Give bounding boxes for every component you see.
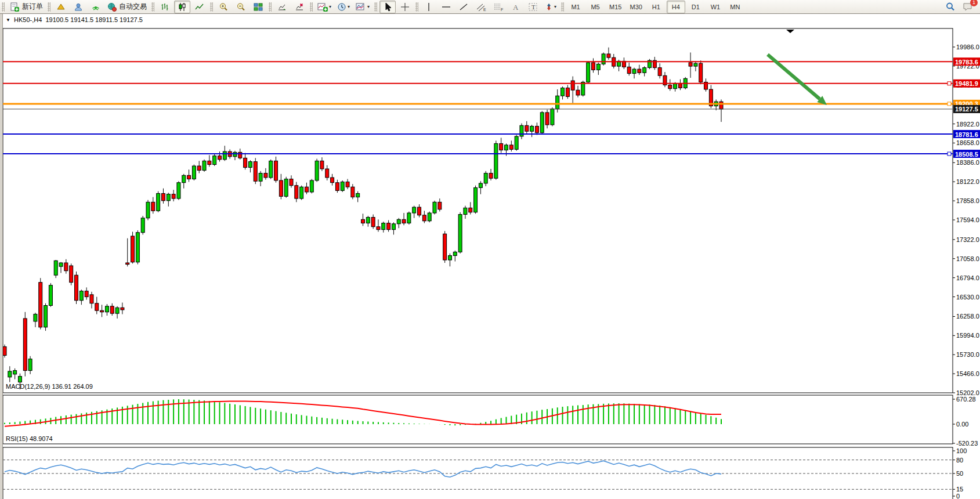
toolbar-grip — [415, 2, 418, 12]
crosshair-button[interactable] — [397, 1, 413, 13]
new-order-button[interactable]: 新订单 — [7, 1, 45, 13]
svg-text:18508.5: 18508.5 — [955, 151, 978, 158]
periods-button[interactable]: ▾ — [335, 1, 352, 13]
tf-button-m5[interactable]: M5 — [586, 1, 605, 13]
vertical-line-icon — [425, 2, 432, 12]
svg-text:670.28: 670.28 — [956, 396, 976, 403]
candle — [540, 111, 544, 134]
notification-badge: 1 — [970, 0, 978, 6]
channel-button[interactable]: E — [473, 1, 489, 13]
line-handle[interactable] — [948, 82, 951, 85]
candle — [3, 345, 6, 357]
zoom-out-button[interactable] — [233, 1, 249, 13]
svg-text:17594.0: 17594.0 — [956, 216, 979, 223]
candle — [54, 260, 57, 278]
svg-text:15994.0: 15994.0 — [956, 332, 979, 339]
tf-button-h1[interactable]: H1 — [647, 1, 666, 13]
auto-scroll-button[interactable] — [274, 1, 290, 13]
chart-candles-icon — [178, 2, 187, 12]
svg-text:A: A — [513, 3, 519, 12]
candle — [699, 60, 703, 84]
chart-canvas[interactable]: 19986.019722.019458.019194.018922.018658… — [0, 14, 980, 499]
toolbar-right-group: 1 — [942, 1, 977, 13]
trendline-button[interactable] — [455, 1, 472, 13]
clock-icon — [337, 2, 346, 12]
chart-symbol: HK50-,H4 — [14, 16, 42, 23]
notifications-button[interactable]: 1 — [960, 1, 976, 13]
chart-window: 19986.019722.019458.019194.018922.018658… — [0, 14, 980, 499]
tf-button-h4[interactable]: H4 — [667, 1, 685, 13]
cursor-button[interactable] — [379, 1, 396, 13]
toolbar-grip — [210, 2, 213, 12]
svg-text:19481.9: 19481.9 — [955, 80, 978, 87]
candle — [428, 212, 431, 223]
templates-dropdown-caret[interactable]: ▾ — [367, 4, 370, 9]
new-order-label: 新订单 — [22, 2, 43, 12]
toolbar-grip — [48, 2, 50, 12]
tf-button-mn[interactable]: MN — [726, 1, 744, 13]
fibonacci-button[interactable]: F — [490, 1, 507, 13]
cursor-icon — [384, 2, 392, 12]
svg-text:16530.0: 16530.0 — [956, 294, 979, 301]
indicators-dropdown-caret[interactable]: ▾ — [329, 4, 331, 9]
tf-button-m30[interactable]: M30 — [626, 1, 645, 13]
line-handle[interactable] — [948, 102, 951, 106]
text-label-button[interactable]: T — [525, 1, 541, 13]
vertical-line-button[interactable] — [421, 1, 437, 13]
tf-button-m15[interactable]: M15 — [606, 1, 625, 13]
svg-text:F: F — [501, 8, 503, 12]
autotrading-icon — [107, 2, 117, 12]
macd-indicator-label: MACD(12,26,9) 136.91 264.09 — [6, 383, 93, 390]
svg-text:17858.0: 17858.0 — [956, 197, 979, 204]
community-button[interactable] — [70, 1, 86, 13]
chart-candles-button[interactable] — [174, 1, 190, 13]
chart-line-button[interactable] — [191, 1, 208, 13]
tf-button-d1[interactable]: D1 — [686, 1, 705, 13]
candle — [407, 212, 411, 225]
horizontal-line-icon — [442, 2, 451, 12]
chart-bars-button[interactable] — [157, 1, 173, 13]
candle — [443, 231, 447, 263]
svg-text:18922.0: 18922.0 — [956, 121, 979, 128]
search-button[interactable] — [942, 1, 959, 13]
periods-dropdown-caret[interactable]: ▾ — [348, 4, 350, 9]
zoom-in-icon — [219, 2, 229, 12]
candle — [202, 160, 206, 172]
arrows-button[interactable]: ▾ — [543, 1, 559, 13]
candle — [39, 278, 42, 329]
svg-text:18386.0: 18386.0 — [956, 159, 979, 166]
mql-button[interactable] — [53, 1, 69, 13]
zoom-in-button[interactable] — [215, 1, 232, 13]
tf-button-w1[interactable]: W1 — [706, 1, 725, 13]
candle — [269, 160, 273, 179]
indicators-button[interactable]: ▾ — [315, 1, 334, 13]
svg-text:E: E — [483, 8, 486, 12]
candle — [254, 158, 257, 184]
signals-button[interactable] — [88, 1, 104, 13]
svg-text:0: 0 — [956, 493, 960, 499]
templates-button[interactable]: ▾ — [353, 1, 372, 13]
text-button[interactable]: A — [508, 1, 524, 13]
chart-bars-icon — [160, 2, 169, 12]
new-order-icon — [9, 2, 20, 12]
search-icon — [945, 2, 956, 12]
candle — [284, 177, 288, 198]
arrows-dropdown-caret[interactable]: ▾ — [554, 4, 556, 9]
indicators-icon — [317, 2, 328, 12]
candle — [587, 61, 590, 84]
candle — [23, 312, 27, 377]
svg-text:18781.6: 18781.6 — [955, 131, 978, 138]
chart-shift-button[interactable] — [291, 1, 308, 13]
horizontal-line-button[interactable] — [438, 1, 454, 13]
templates-icon — [356, 2, 366, 12]
window-left-edge — [0, 14, 3, 499]
timeframe-group: M1M5M15M30H1H4D1W1MN — [566, 1, 745, 13]
autotrading-button[interactable]: 自动交易 — [105, 1, 149, 13]
trendline-icon — [459, 2, 468, 12]
tile-windows-button[interactable] — [250, 1, 266, 13]
candle — [49, 283, 52, 307]
line-handle[interactable] — [948, 152, 951, 156]
chart-dropdown-icon[interactable]: ▼ — [6, 17, 10, 23]
tf-button-m1[interactable]: M1 — [566, 1, 585, 13]
toolbar-grip — [310, 2, 313, 12]
